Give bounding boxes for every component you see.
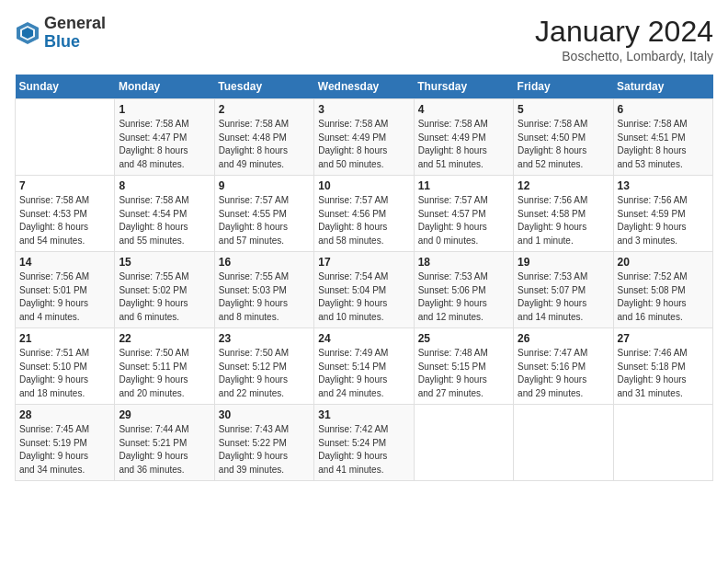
calendar-cell: 29Sunrise: 7:44 AMSunset: 5:21 PMDayligh… [115,405,214,481]
day-number: 30 [219,408,310,421]
day-number: 22 [119,332,210,345]
month-title: January 2024 [535,15,713,49]
day-info: Sunrise: 7:52 AMSunset: 5:08 PMDaylight:… [618,270,709,324]
day-number: 27 [618,332,709,345]
day-header-sunday: Sunday [16,75,115,99]
day-number: 1 [119,103,210,116]
calendar-cell: 7Sunrise: 7:58 AMSunset: 4:53 PMDaylight… [16,176,115,252]
day-number: 28 [19,408,110,421]
logo-text: General Blue [44,15,106,52]
day-header-saturday: Saturday [613,75,712,99]
day-info: Sunrise: 7:54 AMSunset: 5:04 PMDaylight:… [318,270,409,324]
calendar-cell: 5Sunrise: 7:58 AMSunset: 4:50 PMDaylight… [514,99,613,176]
day-info: Sunrise: 7:57 AMSunset: 4:56 PMDaylight:… [318,194,409,247]
day-info: Sunrise: 7:48 AMSunset: 5:15 PMDaylight:… [418,347,509,400]
calendar-cell: 24Sunrise: 7:49 AMSunset: 5:14 PMDayligh… [314,328,414,405]
calendar-cell [514,405,613,481]
calendar-cell: 19Sunrise: 7:53 AMSunset: 5:07 PMDayligh… [514,252,613,328]
day-number: 8 [119,179,210,192]
day-number: 15 [119,256,210,269]
day-info: Sunrise: 7:47 AMSunset: 5:16 PMDaylight:… [518,347,609,400]
day-info: Sunrise: 7:43 AMSunset: 5:22 PMDaylight:… [219,423,310,477]
calendar-cell: 22Sunrise: 7:50 AMSunset: 5:11 PMDayligh… [115,328,214,405]
day-header-monday: Monday [115,75,214,99]
day-number: 11 [418,179,509,192]
day-number: 9 [219,179,310,192]
day-number: 31 [318,408,409,421]
day-number: 23 [219,332,310,345]
day-info: Sunrise: 7:49 AMSunset: 5:14 PMDaylight:… [318,347,409,400]
day-info: Sunrise: 7:50 AMSunset: 5:12 PMDaylight:… [219,347,310,400]
calendar-cell: 25Sunrise: 7:48 AMSunset: 5:15 PMDayligh… [414,328,513,405]
calendar-cell: 14Sunrise: 7:56 AMSunset: 5:01 PMDayligh… [16,252,115,328]
day-info: Sunrise: 7:46 AMSunset: 5:18 PMDaylight:… [618,347,709,400]
calendar-header-row: SundayMondayTuesdayWednesdayThursdayFrid… [16,75,713,99]
day-header-thursday: Thursday [414,75,513,99]
calendar-cell: 23Sunrise: 7:50 AMSunset: 5:12 PMDayligh… [214,328,313,405]
calendar-cell: 8Sunrise: 7:58 AMSunset: 4:54 PMDaylight… [115,176,214,252]
day-number: 3 [318,103,409,116]
logo: General Blue [15,15,106,52]
day-info: Sunrise: 7:57 AMSunset: 4:55 PMDaylight:… [219,194,310,247]
calendar-cell: 6Sunrise: 7:58 AMSunset: 4:51 PMDaylight… [613,99,712,176]
day-number: 4 [418,103,509,116]
day-info: Sunrise: 7:57 AMSunset: 4:57 PMDaylight:… [418,194,509,247]
day-number: 20 [618,256,709,269]
calendar-cell: 17Sunrise: 7:54 AMSunset: 5:04 PMDayligh… [314,252,414,328]
day-info: Sunrise: 7:58 AMSunset: 4:49 PMDaylight:… [318,118,409,171]
calendar-cell: 27Sunrise: 7:46 AMSunset: 5:18 PMDayligh… [613,328,712,405]
day-info: Sunrise: 7:51 AMSunset: 5:10 PMDaylight:… [19,347,110,400]
day-number: 17 [318,256,409,269]
calendar-cell: 16Sunrise: 7:55 AMSunset: 5:03 PMDayligh… [214,252,313,328]
day-header-friday: Friday [514,75,613,99]
day-info: Sunrise: 7:58 AMSunset: 4:54 PMDaylight:… [119,194,210,247]
day-info: Sunrise: 7:44 AMSunset: 5:21 PMDaylight:… [119,423,210,477]
calendar-week-row: 28Sunrise: 7:45 AMSunset: 5:19 PMDayligh… [16,405,713,481]
day-header-wednesday: Wednesday [314,75,414,99]
day-info: Sunrise: 7:58 AMSunset: 4:49 PMDaylight:… [418,118,509,171]
calendar-cell: 20Sunrise: 7:52 AMSunset: 5:08 PMDayligh… [613,252,712,328]
day-number: 21 [19,332,110,345]
calendar-cell: 30Sunrise: 7:43 AMSunset: 5:22 PMDayligh… [214,405,313,481]
day-info: Sunrise: 7:53 AMSunset: 5:06 PMDaylight:… [418,270,509,324]
location: Boschetto, Lombardy, Italy [535,49,713,63]
day-info: Sunrise: 7:55 AMSunset: 5:02 PMDaylight:… [119,270,210,324]
calendar-cell: 26Sunrise: 7:47 AMSunset: 5:16 PMDayligh… [514,328,613,405]
calendar-cell: 21Sunrise: 7:51 AMSunset: 5:10 PMDayligh… [16,328,115,405]
day-info: Sunrise: 7:58 AMSunset: 4:47 PMDaylight:… [119,118,210,171]
calendar-cell [414,405,513,481]
day-info: Sunrise: 7:58 AMSunset: 4:50 PMDaylight:… [518,118,609,171]
day-number: 13 [618,179,709,192]
calendar-week-row: 21Sunrise: 7:51 AMSunset: 5:10 PMDayligh… [16,328,713,405]
calendar-cell [613,405,712,481]
day-info: Sunrise: 7:42 AMSunset: 5:24 PMDaylight:… [318,423,409,477]
calendar-cell: 9Sunrise: 7:57 AMSunset: 4:55 PMDaylight… [214,176,313,252]
calendar-cell: 10Sunrise: 7:57 AMSunset: 4:56 PMDayligh… [314,176,414,252]
title-block: January 2024 Boschetto, Lombardy, Italy [535,15,713,63]
calendar-cell: 15Sunrise: 7:55 AMSunset: 5:02 PMDayligh… [115,252,214,328]
day-info: Sunrise: 7:56 AMSunset: 4:58 PMDaylight:… [518,194,609,247]
calendar-week-row: 14Sunrise: 7:56 AMSunset: 5:01 PMDayligh… [16,252,713,328]
calendar-cell: 3Sunrise: 7:58 AMSunset: 4:49 PMDaylight… [314,99,414,176]
day-number: 10 [318,179,409,192]
day-number: 26 [518,332,609,345]
calendar-cell: 1Sunrise: 7:58 AMSunset: 4:47 PMDaylight… [115,99,214,176]
day-info: Sunrise: 7:58 AMSunset: 4:48 PMDaylight:… [219,118,310,171]
calendar-cell: 4Sunrise: 7:58 AMSunset: 4:49 PMDaylight… [414,99,513,176]
calendar-cell: 18Sunrise: 7:53 AMSunset: 5:06 PMDayligh… [414,252,513,328]
day-header-tuesday: Tuesday [214,75,313,99]
day-info: Sunrise: 7:56 AMSunset: 5:01 PMDaylight:… [19,270,110,324]
day-info: Sunrise: 7:53 AMSunset: 5:07 PMDaylight:… [518,270,609,324]
day-info: Sunrise: 7:56 AMSunset: 4:59 PMDaylight:… [618,194,709,247]
day-number: 2 [219,103,310,116]
calendar-cell: 2Sunrise: 7:58 AMSunset: 4:48 PMDaylight… [214,99,313,176]
calendar-cell: 11Sunrise: 7:57 AMSunset: 4:57 PMDayligh… [414,176,513,252]
day-number: 16 [219,256,310,269]
day-info: Sunrise: 7:58 AMSunset: 4:53 PMDaylight:… [19,194,110,247]
calendar-cell: 13Sunrise: 7:56 AMSunset: 4:59 PMDayligh… [613,176,712,252]
day-info: Sunrise: 7:45 AMSunset: 5:19 PMDaylight:… [19,423,110,477]
day-info: Sunrise: 7:50 AMSunset: 5:11 PMDaylight:… [119,347,210,400]
calendar-cell: 31Sunrise: 7:42 AMSunset: 5:24 PMDayligh… [314,405,414,481]
day-info: Sunrise: 7:58 AMSunset: 4:51 PMDaylight:… [618,118,709,171]
calendar-cell: 28Sunrise: 7:45 AMSunset: 5:19 PMDayligh… [16,405,115,481]
